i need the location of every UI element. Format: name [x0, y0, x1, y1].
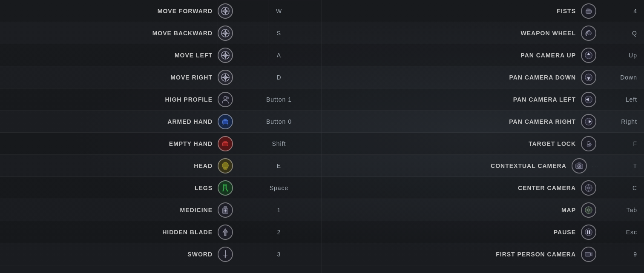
right-key-binding: Left: [601, 96, 644, 103]
svg-marker-17: [224, 30, 226, 31]
key-binding: Shift: [236, 140, 322, 147]
action-name: LEGS: [0, 185, 218, 191]
left-rows: MOVE FORWARD W MOVE BACKWARD S MOVE LEFT: [0, 0, 322, 273]
key-binding: 2: [236, 229, 322, 236]
binding-row-armed-hand[interactable]: ARMED HAND Button 0: [0, 111, 322, 133]
right-action-icon-pause: [581, 225, 596, 240]
right-action-name: TARGET LOCK: [322, 140, 581, 147]
action-icon-armed: [218, 114, 233, 129]
svg-rect-44: [224, 141, 225, 143]
right-binding-row-target-lock[interactable]: TARGET LOCK F: [322, 133, 644, 155]
right-key-binding: Up: [601, 52, 644, 59]
right-key-binding: Down: [601, 74, 644, 81]
svg-rect-56: [586, 9, 588, 11]
binding-row-legs[interactable]: LEGS Space: [0, 177, 322, 199]
svg-marker-10: [224, 12, 226, 14]
right-binding-row-pan-camera-left[interactable]: PAN CAMERA LEFT Left: [322, 88, 644, 111]
right-binding-row-weapon-wheel[interactable]: WEAPON WHEEL Q: [322, 22, 644, 44]
svg-marker-36: [227, 77, 229, 78]
right-key-binding: 9: [601, 251, 644, 258]
right-bindings-panel: FISTS 4 WEAPON WHEEL Q PAN CAMERA UP Up …: [322, 0, 644, 273]
svg-rect-42: [225, 119, 227, 121]
right-binding-row-pan-camera-right[interactable]: PAN CAMERA RIGHT Right: [322, 111, 644, 133]
binding-row-medicine[interactable]: MEDICINE 1: [0, 199, 322, 221]
binding-row-move-right[interactable]: MOVE RIGHT D: [0, 66, 322, 88]
main-content: MOVE FORWARD W MOVE BACKWARD S MOVE LEFT: [0, 0, 644, 273]
action-icon-hidden: [218, 225, 233, 240]
action-name: MOVE RIGHT: [0, 74, 218, 81]
binding-row-empty-hand[interactable]: EMPTY HAND Shift: [0, 133, 322, 155]
binding-row-hidden-blade[interactable]: HIDDEN BLADE 2: [0, 221, 322, 243]
right-binding-row-first-person-camera[interactable]: FIRST PERSON CAMERA 9: [322, 243, 644, 265]
key-binding: E: [236, 162, 322, 169]
right-action-icon-target: [581, 136, 596, 151]
svg-rect-41: [224, 119, 225, 121]
action-name: MEDICINE: [0, 207, 218, 213]
svg-point-73: [578, 165, 580, 167]
dots-decoration: ···: [592, 163, 600, 168]
action-icon-empty: [218, 136, 233, 151]
binding-row-high-profile[interactable]: HIGH PROFILE • Button 1: [0, 88, 322, 111]
right-action-icon-pan-right: [581, 114, 596, 129]
binding-row-move-backward[interactable]: MOVE BACKWARD S: [0, 22, 322, 44]
action-name: MOVE FORWARD: [0, 8, 218, 14]
key-binding: Button 0: [236, 118, 322, 125]
action-icon-sword: [218, 247, 233, 262]
right-action-icon-center-cam: [581, 180, 596, 196]
action-name: ARMED HAND: [0, 118, 218, 125]
right-action-icon-fists: [581, 3, 596, 19]
svg-point-59: [587, 31, 591, 35]
svg-rect-84: [589, 230, 590, 234]
binding-row-move-forward[interactable]: MOVE FORWARD W: [0, 0, 322, 22]
svg-marker-86: [591, 252, 592, 256]
svg-marker-26: [224, 57, 226, 58]
svg-point-75: [587, 187, 590, 189]
right-binding-row-pause[interactable]: PAUSE Esc: [322, 221, 644, 243]
right-binding-row-center-camera[interactable]: CENTER CAMERA C: [322, 177, 644, 199]
svg-marker-27: [222, 54, 224, 56]
action-icon-move: [218, 48, 233, 63]
right-binding-row-pan-camera-up[interactable]: PAN CAMERA UP Up: [322, 44, 644, 66]
svg-marker-12: [227, 10, 229, 12]
right-key-binding: 4: [601, 8, 644, 14]
right-action-name: CONTEXTUAL CAMERA: [322, 162, 572, 169]
right-key-binding: Tab: [601, 207, 644, 213]
binding-row-sword[interactable]: SWORD 3: [0, 243, 322, 265]
binding-row-head[interactable]: HEAD E: [0, 155, 322, 177]
right-action-name: PAN CAMERA DOWN: [322, 74, 581, 81]
right-binding-row-map[interactable]: MAP Tab: [322, 199, 644, 221]
action-name: EMPTY HAND: [0, 140, 218, 147]
svg-rect-57: [588, 9, 589, 11]
right-action-name: WEAPON WHEEL: [322, 30, 581, 37]
right-action-name: FISTS: [322, 8, 581, 14]
right-action-icon-weapon-wheel: [581, 26, 596, 41]
right-rows: FISTS 4 WEAPON WHEEL Q PAN CAMERA UP Up …: [322, 0, 644, 273]
right-action-name: PAN CAMERA UP: [322, 52, 581, 59]
key-binding: Space: [236, 185, 322, 191]
svg-marker-20: [227, 32, 229, 34]
right-key-binding: Right: [601, 118, 644, 125]
right-key-binding: T: [601, 162, 644, 169]
action-icon-move: [218, 3, 233, 19]
action-name: HEAD: [0, 162, 218, 169]
svg-marker-34: [224, 79, 226, 80]
right-binding-row-fists[interactable]: FISTS 4: [322, 0, 644, 22]
action-name: HIGH PROFILE: [0, 96, 218, 103]
action-name: HIDDEN BLADE: [0, 229, 218, 236]
right-action-icon-fp-cam: [581, 247, 596, 262]
binding-row-move-left[interactable]: MOVE LEFT A: [0, 44, 322, 66]
svg-rect-85: [585, 252, 591, 256]
action-icon-move: [218, 70, 233, 85]
action-icon-legs: [218, 180, 233, 196]
svg-rect-58: [590, 9, 591, 11]
right-action-icon-pan-left: [581, 92, 596, 107]
key-binding: W: [236, 8, 322, 14]
right-binding-row-pan-camera-down[interactable]: PAN CAMERA DOWN Down: [322, 66, 644, 88]
right-key-binding: C: [601, 185, 644, 191]
right-key-binding: Q: [601, 30, 644, 37]
right-binding-row-contextual-camera[interactable]: CONTEXTUAL CAMERA ··· T: [322, 155, 644, 177]
svg-point-47: [223, 167, 227, 170]
right-action-name: FIRST PERSON CAMERA: [322, 251, 581, 258]
right-action-icon-map: [581, 202, 596, 218]
right-action-icon-pan-up: [581, 48, 596, 63]
